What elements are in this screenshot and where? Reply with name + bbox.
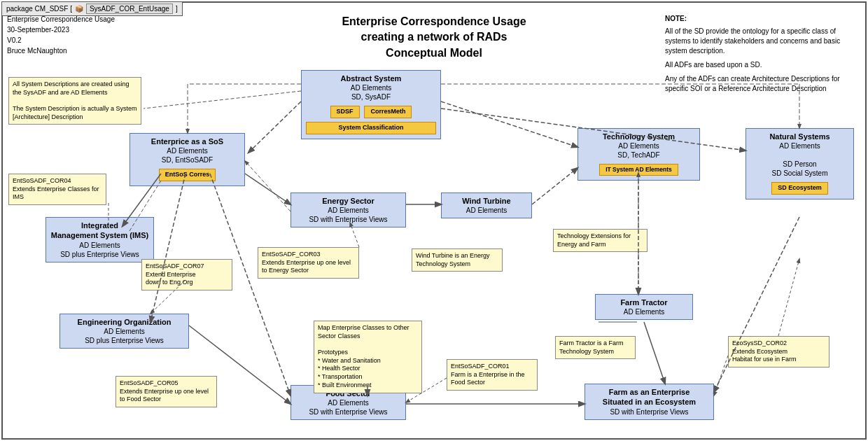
- package-close: ]: [176, 5, 178, 13]
- note-tech-extensions: Technology Extensions for Energy and Far…: [553, 229, 648, 252]
- ims-box: IntegratedManagement System (IMS) AD Ele…: [46, 217, 154, 262]
- package-label: package CM_SDSF [: [6, 5, 72, 13]
- note-all-system-desc: All System Descriptions are created usin…: [8, 77, 141, 125]
- note-box: NOTE: All of the SD provide the ontology…: [665, 14, 861, 94]
- enterprise-sos-box: Enterprice as a SoS AD Elements SD, EntS…: [130, 133, 245, 186]
- farm-enterprise-box: Farm as an EnterpriseSituated in an Ecos…: [584, 384, 714, 420]
- wind-turbine-box: Wind Turbine AD Elements: [441, 192, 532, 218]
- note-map-enterprise: Map Enterprise Classes to Other Sector C…: [314, 321, 422, 393]
- info-box: Enterprise Correspondence Usage 30-Septe…: [7, 14, 115, 56]
- title-line2: creating a network of RADs: [238, 29, 630, 45]
- energy-sector-box: Energy Sector AD Elements SD with Enterp…: [290, 192, 406, 227]
- note-cor04: EntSoSADF_COR04Extends Enterprise Classe…: [8, 174, 106, 205]
- farm-tractor-box: Farm Tractor AD Elements: [595, 294, 693, 320]
- note-wind-turbine: Wind Turbine is an Energy Technology Sys…: [412, 248, 503, 272]
- title-line3: Conceptual Model: [238, 46, 630, 61]
- engineering-org-box: Engineering Organization AD Elements SD …: [59, 314, 189, 349]
- abstract-system-box: Abstract System AD Elements SD, SysADF S…: [301, 70, 441, 139]
- note-cor01: EntSoSADF_COR01Farm is a Enterprise in t…: [447, 359, 538, 391]
- main-title: Enterprise Correspondence Usage creating…: [238, 14, 630, 61]
- natural-systems-box: Natural Systems AD Elements SD Person SD…: [746, 128, 854, 200]
- note-cor07: EntSoSADF_COR07Extend Enterprisedown to …: [141, 259, 232, 290]
- package-bar: package CM_SDSF [ 📦 SysADF_COR_EntUsage …: [1, 1, 183, 16]
- note-farm-tractor-tech: Farm Tractor is a Farm Technology System: [555, 336, 636, 359]
- title-line1: Enterprise Correspondence Usage: [238, 14, 630, 29]
- package-icon: 📦: [75, 5, 83, 13]
- technology-system-box: Technology System AD Elements SD, TechAD…: [578, 128, 700, 181]
- package-tab[interactable]: SysADF_COR_EntUsage: [86, 4, 173, 14]
- note-cor05: EntSoSADF_COR05Extends Enterprise up one…: [115, 376, 217, 407]
- note-cor03: EntSoSADF_COR03Extends Enterprise up one…: [258, 247, 359, 279]
- note-ecosys-cor02: EcoSysSD_COR02Extends EcosystemHabitat f…: [728, 336, 830, 368]
